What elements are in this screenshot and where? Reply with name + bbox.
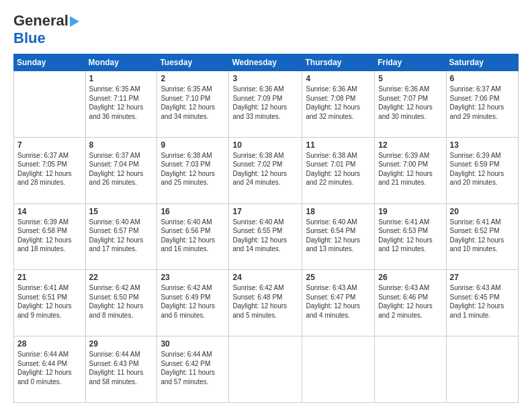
cell-info-text: Sunrise: 6:42 AM Sunset: 6:50 PM Dayligh… bbox=[89, 283, 154, 320]
cell-info-text: Sunrise: 6:44 AM Sunset: 6:44 PM Dayligh… bbox=[17, 350, 82, 386]
calendar-cell: 22Sunrise: 6:42 AM Sunset: 6:50 PM Dayli… bbox=[85, 270, 157, 336]
cell-date-number: 12 bbox=[378, 140, 442, 150]
cell-date-number: 28 bbox=[17, 339, 82, 349]
cell-info-text: Sunrise: 6:37 AM Sunset: 7:06 PM Dayligh… bbox=[450, 85, 515, 121]
calendar-table: SundayMondayTuesdayWednesdayThursdayFrid… bbox=[13, 54, 519, 403]
cell-date-number: 25 bbox=[306, 273, 371, 282]
calendar-cell: 11Sunrise: 6:38 AM Sunset: 7:01 PM Dayli… bbox=[302, 137, 375, 203]
cell-info-text: Sunrise: 6:43 AM Sunset: 6:46 PM Dayligh… bbox=[378, 283, 442, 320]
cell-info-text: Sunrise: 6:42 AM Sunset: 6:49 PM Dayligh… bbox=[161, 283, 225, 320]
calendar-week-row: 14Sunrise: 6:39 AM Sunset: 6:58 PM Dayli… bbox=[14, 203, 519, 270]
cell-info-text: Sunrise: 6:36 AM Sunset: 7:08 PM Dayligh… bbox=[306, 85, 371, 121]
cell-date-number: 13 bbox=[450, 140, 515, 150]
cell-date-number: 9 bbox=[161, 140, 225, 150]
calendar-cell: 12Sunrise: 6:39 AM Sunset: 7:00 PM Dayli… bbox=[375, 137, 446, 203]
calendar-cell: 10Sunrise: 6:38 AM Sunset: 7:02 PM Dayli… bbox=[229, 137, 302, 203]
cell-date-number: 3 bbox=[232, 74, 298, 83]
calendar-cell: 9Sunrise: 6:38 AM Sunset: 7:03 PM Daylig… bbox=[157, 137, 229, 203]
calendar-cell bbox=[375, 336, 446, 403]
calendar-cell: 15Sunrise: 6:40 AM Sunset: 6:57 PM Dayli… bbox=[85, 203, 157, 270]
cell-info-text: Sunrise: 6:43 AM Sunset: 6:47 PM Dayligh… bbox=[306, 283, 371, 320]
cell-date-number: 22 bbox=[89, 273, 154, 282]
weekday-header-wednesday: Wednesday bbox=[229, 54, 302, 71]
calendar-cell: 30Sunrise: 6:44 AM Sunset: 6:42 PM Dayli… bbox=[157, 336, 229, 403]
calendar-cell: 18Sunrise: 6:40 AM Sunset: 6:54 PM Dayli… bbox=[302, 203, 375, 270]
calendar-cell: 8Sunrise: 6:37 AM Sunset: 7:04 PM Daylig… bbox=[85, 137, 157, 203]
calendar-cell: 4Sunrise: 6:36 AM Sunset: 7:08 PM Daylig… bbox=[302, 71, 375, 138]
calendar-cell: 1Sunrise: 6:35 AM Sunset: 7:11 PM Daylig… bbox=[85, 71, 157, 138]
cell-info-text: Sunrise: 6:39 AM Sunset: 6:59 PM Dayligh… bbox=[450, 151, 515, 187]
cell-info-text: Sunrise: 6:36 AM Sunset: 7:07 PM Dayligh… bbox=[378, 85, 442, 121]
cell-date-number: 20 bbox=[450, 207, 515, 216]
cell-date-number: 2 bbox=[161, 74, 225, 83]
calendar-cell bbox=[229, 336, 302, 403]
calendar-cell: 24Sunrise: 6:42 AM Sunset: 6:48 PM Dayli… bbox=[229, 270, 302, 336]
calendar-cell: 19Sunrise: 6:41 AM Sunset: 6:53 PM Dayli… bbox=[375, 203, 446, 270]
page: General Blue SundayMondayTuesdayWednesda… bbox=[0, 0, 532, 411]
cell-date-number: 19 bbox=[378, 207, 442, 216]
weekday-header-friday: Friday bbox=[375, 54, 446, 71]
cell-info-text: Sunrise: 6:42 AM Sunset: 6:48 PM Dayligh… bbox=[232, 283, 298, 320]
calendar-cell: 6Sunrise: 6:37 AM Sunset: 7:06 PM Daylig… bbox=[446, 71, 518, 138]
calendar-week-row: 21Sunrise: 6:41 AM Sunset: 6:51 PM Dayli… bbox=[14, 270, 519, 336]
cell-date-number: 14 bbox=[17, 207, 82, 216]
cell-date-number: 8 bbox=[89, 140, 154, 150]
logo: General Blue bbox=[13, 12, 79, 47]
cell-date-number: 5 bbox=[378, 74, 442, 83]
weekday-header-tuesday: Tuesday bbox=[157, 54, 229, 71]
weekday-header-monday: Monday bbox=[85, 54, 157, 71]
weekday-header-row: SundayMondayTuesdayWednesdayThursdayFrid… bbox=[14, 54, 519, 71]
cell-date-number: 4 bbox=[306, 74, 371, 83]
calendar-week-row: 7Sunrise: 6:37 AM Sunset: 7:05 PM Daylig… bbox=[14, 137, 519, 203]
cell-info-text: Sunrise: 6:39 AM Sunset: 6:58 PM Dayligh… bbox=[17, 218, 82, 254]
calendar-cell: 25Sunrise: 6:43 AM Sunset: 6:47 PM Dayli… bbox=[302, 270, 375, 336]
calendar-cell: 14Sunrise: 6:39 AM Sunset: 6:58 PM Dayli… bbox=[14, 203, 86, 270]
cell-info-text: Sunrise: 6:44 AM Sunset: 6:43 PM Dayligh… bbox=[89, 350, 154, 386]
cell-info-text: Sunrise: 6:36 AM Sunset: 7:09 PM Dayligh… bbox=[232, 85, 298, 121]
calendar-week-row: 1Sunrise: 6:35 AM Sunset: 7:11 PM Daylig… bbox=[14, 71, 519, 138]
cell-info-text: Sunrise: 6:35 AM Sunset: 7:11 PM Dayligh… bbox=[89, 85, 154, 121]
cell-date-number: 23 bbox=[161, 273, 225, 282]
cell-info-text: Sunrise: 6:41 AM Sunset: 6:51 PM Dayligh… bbox=[17, 283, 82, 320]
cell-date-number: 27 bbox=[450, 273, 515, 282]
calendar-cell: 2Sunrise: 6:35 AM Sunset: 7:10 PM Daylig… bbox=[157, 71, 229, 138]
cell-info-text: Sunrise: 6:41 AM Sunset: 6:53 PM Dayligh… bbox=[378, 218, 442, 254]
calendar-cell: 20Sunrise: 6:41 AM Sunset: 6:52 PM Dayli… bbox=[446, 203, 518, 270]
cell-info-text: Sunrise: 6:44 AM Sunset: 6:42 PM Dayligh… bbox=[161, 350, 225, 386]
cell-info-text: Sunrise: 6:38 AM Sunset: 7:03 PM Dayligh… bbox=[161, 151, 225, 187]
calendar-cell: 17Sunrise: 6:40 AM Sunset: 6:55 PM Dayli… bbox=[229, 203, 302, 270]
calendar-cell: 13Sunrise: 6:39 AM Sunset: 6:59 PM Dayli… bbox=[446, 137, 518, 203]
cell-date-number: 30 bbox=[161, 339, 225, 349]
calendar-cell: 26Sunrise: 6:43 AM Sunset: 6:46 PM Dayli… bbox=[375, 270, 446, 336]
logo-text: General bbox=[13, 12, 79, 30]
cell-date-number: 29 bbox=[89, 339, 154, 349]
cell-date-number: 26 bbox=[378, 273, 442, 282]
calendar-cell: 29Sunrise: 6:44 AM Sunset: 6:43 PM Dayli… bbox=[85, 336, 157, 403]
cell-date-number: 7 bbox=[17, 140, 82, 150]
cell-date-number: 18 bbox=[306, 207, 371, 216]
cell-date-number: 21 bbox=[17, 273, 82, 282]
weekday-header-thursday: Thursday bbox=[302, 54, 375, 71]
weekday-header-sunday: Sunday bbox=[14, 54, 86, 71]
cell-date-number: 16 bbox=[161, 207, 225, 216]
cell-date-number: 1 bbox=[89, 74, 154, 83]
logo-blue: Blue bbox=[13, 30, 46, 46]
cell-info-text: Sunrise: 6:38 AM Sunset: 7:02 PM Dayligh… bbox=[232, 151, 298, 187]
weekday-header-saturday: Saturday bbox=[446, 54, 518, 71]
cell-date-number: 10 bbox=[232, 140, 298, 150]
calendar-cell: 21Sunrise: 6:41 AM Sunset: 6:51 PM Dayli… bbox=[14, 270, 86, 336]
cell-date-number: 17 bbox=[232, 207, 298, 216]
cell-date-number: 24 bbox=[232, 273, 298, 282]
cell-info-text: Sunrise: 6:40 AM Sunset: 6:55 PM Dayligh… bbox=[232, 218, 298, 254]
cell-info-text: Sunrise: 6:37 AM Sunset: 7:04 PM Dayligh… bbox=[89, 151, 154, 187]
cell-info-text: Sunrise: 6:35 AM Sunset: 7:10 PM Dayligh… bbox=[161, 85, 225, 121]
calendar-cell bbox=[446, 336, 518, 403]
cell-info-text: Sunrise: 6:37 AM Sunset: 7:05 PM Dayligh… bbox=[17, 151, 82, 187]
calendar-cell: 23Sunrise: 6:42 AM Sunset: 6:49 PM Dayli… bbox=[157, 270, 229, 336]
cell-info-text: Sunrise: 6:39 AM Sunset: 7:00 PM Dayligh… bbox=[378, 151, 442, 187]
calendar-cell: 3Sunrise: 6:36 AM Sunset: 7:09 PM Daylig… bbox=[229, 71, 302, 138]
cell-info-text: Sunrise: 6:43 AM Sunset: 6:45 PM Dayligh… bbox=[450, 283, 515, 320]
calendar-week-row: 28Sunrise: 6:44 AM Sunset: 6:44 PM Dayli… bbox=[14, 336, 519, 403]
cell-info-text: Sunrise: 6:41 AM Sunset: 6:52 PM Dayligh… bbox=[450, 218, 515, 254]
cell-info-text: Sunrise: 6:40 AM Sunset: 6:57 PM Dayligh… bbox=[89, 218, 154, 254]
